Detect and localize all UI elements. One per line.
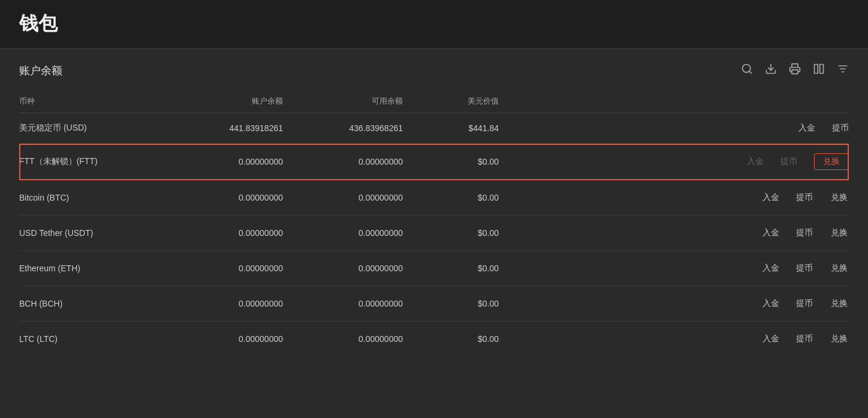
withdraw-button[interactable]: 提币 bbox=[796, 298, 813, 309]
balance-cell: 0.00000000 bbox=[163, 144, 283, 180]
available-cell: 0.00000000 bbox=[283, 322, 403, 357]
deposit-button[interactable]: 入金 bbox=[762, 334, 779, 344]
currency-cell: Ethereum (ETH) bbox=[19, 251, 163, 286]
svg-rect-5 bbox=[820, 65, 824, 74]
table-header: 币种 账户余额 可用余额 美元价值 bbox=[19, 90, 849, 113]
table-row: LTC (LTC)0.000000000.00000000$0.00入金提币兑换 bbox=[19, 322, 849, 357]
table-body: 美元稳定币 (USD)441.83918261436.83968261$441.… bbox=[19, 113, 849, 357]
balance-cell: 0.00000000 bbox=[163, 251, 283, 286]
table-row: FTT（未解锁）(FTT)0.000000000.00000000$0.00入金… bbox=[19, 144, 849, 180]
currency-cell: BCH (BCH) bbox=[19, 286, 163, 322]
filter-icon[interactable] bbox=[837, 63, 849, 78]
balance-cell: 0.00000000 bbox=[163, 180, 283, 216]
available-cell: 0.00000000 bbox=[283, 180, 403, 216]
usd-value-cell: $0.00 bbox=[403, 251, 499, 286]
balance-cell: 0.00000000 bbox=[163, 286, 283, 322]
usd-value-cell: $0.00 bbox=[403, 144, 499, 180]
deposit-button[interactable]: 入金 bbox=[762, 263, 779, 274]
section-title: 账户余额 bbox=[19, 63, 62, 78]
available-cell: 0.00000000 bbox=[283, 144, 403, 180]
deposit-button[interactable]: 入金 bbox=[762, 228, 779, 238]
search-icon[interactable] bbox=[741, 63, 753, 78]
col-actions-header bbox=[499, 90, 849, 113]
table-row: USD Tether (USDT)0.000000000.00000000$0.… bbox=[19, 216, 849, 251]
usd-value-cell: $0.00 bbox=[403, 216, 499, 251]
main-content: 账户余额 bbox=[0, 49, 868, 371]
actions-cell: 入金提币兑换 bbox=[499, 322, 849, 357]
currency-cell: Bitcoin (BTC) bbox=[19, 180, 163, 216]
svg-rect-4 bbox=[815, 65, 818, 74]
actions-cell: 入金提币兑换 bbox=[499, 144, 849, 180]
table-row: Ethereum (ETH)0.000000000.00000000$0.00入… bbox=[19, 251, 849, 286]
actions-cell: 入金提币兑换 bbox=[499, 180, 849, 216]
usd-value-cell: $0.00 bbox=[403, 180, 499, 216]
currency-cell: USD Tether (USDT) bbox=[19, 216, 163, 251]
available-cell: 0.00000000 bbox=[283, 251, 403, 286]
print-icon[interactable] bbox=[789, 63, 801, 78]
table-row: BCH (BCH)0.000000000.00000000$0.00入金提币兑换 bbox=[19, 286, 849, 322]
usd-value-cell: $441.84 bbox=[403, 113, 499, 144]
exchange-button[interactable]: 兑换 bbox=[830, 190, 849, 205]
exchange-button[interactable]: 兑换 bbox=[830, 296, 849, 311]
available-cell: 0.00000000 bbox=[283, 216, 403, 251]
exchange-button[interactable]: 兑换 bbox=[814, 153, 849, 170]
exchange-button[interactable]: 兑换 bbox=[830, 331, 849, 347]
exchange-button[interactable]: 兑换 bbox=[830, 225, 849, 241]
page-header: 钱包 bbox=[0, 0, 868, 49]
col-balance-header: 账户余额 bbox=[163, 90, 283, 113]
deposit-button[interactable]: 入金 bbox=[762, 298, 779, 309]
currency-cell: FTT（未解锁）(FTT) bbox=[19, 144, 163, 180]
svg-rect-3 bbox=[792, 70, 798, 74]
columns-icon[interactable] bbox=[813, 63, 825, 78]
withdraw-button[interactable]: 提币 bbox=[796, 228, 813, 238]
available-cell: 436.83968261 bbox=[283, 113, 403, 144]
toolbar-icons bbox=[741, 63, 849, 78]
currency-cell: LTC (LTC) bbox=[19, 322, 163, 357]
page-title: 钱包 bbox=[19, 13, 58, 34]
withdraw-button[interactable]: 提币 bbox=[796, 334, 813, 344]
actions-cell: 入金提币兑换 bbox=[499, 216, 849, 251]
usd-value-cell: $0.00 bbox=[403, 286, 499, 322]
svg-line-1 bbox=[749, 71, 752, 74]
actions-cell: 入金提币 bbox=[499, 113, 849, 144]
exchange-button[interactable]: 兑换 bbox=[830, 261, 849, 276]
actions-cell: 入金提币兑换 bbox=[499, 251, 849, 286]
table-row: 美元稳定币 (USD)441.83918261436.83968261$441.… bbox=[19, 113, 849, 144]
currency-cell: 美元稳定币 (USD) bbox=[19, 113, 163, 144]
withdraw-button[interactable]: 提币 bbox=[796, 263, 813, 274]
actions-cell: 入金提币兑换 bbox=[499, 286, 849, 322]
withdraw-button[interactable]: 提币 bbox=[796, 192, 813, 203]
section-header: 账户余额 bbox=[19, 63, 849, 78]
col-currency-header: 币种 bbox=[19, 90, 163, 113]
balance-cell: 441.83918261 bbox=[163, 113, 283, 144]
available-cell: 0.00000000 bbox=[283, 286, 403, 322]
balance-cell: 0.00000000 bbox=[163, 216, 283, 251]
deposit-button[interactable]: 入金 bbox=[762, 192, 779, 203]
withdraw-button: 提币 bbox=[780, 156, 797, 167]
usd-value-cell: $0.00 bbox=[403, 322, 499, 357]
download-icon[interactable] bbox=[765, 63, 777, 78]
balance-cell: 0.00000000 bbox=[163, 322, 283, 357]
table-row: Bitcoin (BTC)0.000000000.00000000$0.00入金… bbox=[19, 180, 849, 216]
col-available-header: 可用余额 bbox=[283, 90, 403, 113]
deposit-button: 入金 bbox=[747, 156, 764, 167]
withdraw-button[interactable]: 提币 bbox=[832, 123, 849, 134]
balances-table: 币种 账户余额 可用余额 美元价值 美元稳定币 (USD)441.8391826… bbox=[19, 90, 849, 356]
col-usd-header: 美元价值 bbox=[403, 90, 499, 113]
deposit-button[interactable]: 入金 bbox=[798, 123, 815, 134]
